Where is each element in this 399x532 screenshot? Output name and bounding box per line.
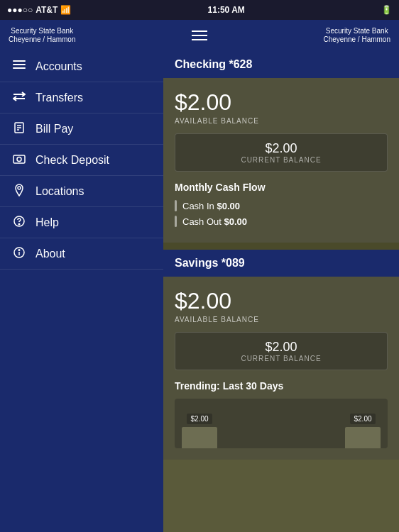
- svg-point-9: [18, 187, 21, 189]
- checkdeposit-icon: [11, 154, 27, 167]
- svg-point-14: [18, 249, 20, 250]
- checking-available-label: AVAILABLE BALANCE: [175, 117, 388, 125]
- trending-chart: $2.00 $2.00: [175, 399, 388, 448]
- savings-current-amount: $2.00: [187, 340, 376, 355]
- logo-line2: Cheyenne / Hammon: [9, 35, 76, 44]
- sidebar-item-transfers[interactable]: Transfers: [0, 82, 163, 113]
- sidebar-item-help[interactable]: Help: [0, 207, 163, 238]
- content-area: Checking *628 $2.00 AVAILABLE BALANCE $2…: [163, 51, 399, 532]
- chart-label-right: $2.00: [350, 414, 375, 424]
- svg-rect-0: [13, 60, 26, 62]
- billpay-icon: [11, 122, 27, 136]
- checking-available-amount: $2.00: [175, 89, 388, 116]
- about-label: About: [35, 248, 65, 260]
- wifi-icon: 📶: [60, 5, 71, 15]
- cash-out-value: $0.00: [224, 216, 248, 227]
- main-layout: Accounts Transfers: [0, 51, 399, 532]
- checking-body: $2.00 AVAILABLE BALANCE $2.00 CURRENT BA…: [163, 78, 399, 243]
- savings-header[interactable]: Savings *089: [163, 250, 399, 277]
- svg-rect-2: [13, 67, 26, 69]
- savings-section-title: Trending: Last 30 Days: [175, 380, 388, 392]
- chart-bar-left: $2.00: [182, 414, 217, 448]
- locations-label: Locations: [35, 185, 84, 198]
- chart-bar-right-block: [345, 427, 381, 448]
- bank-logo-right: Security State Bank Cheyenne / Hammon: [324, 27, 391, 44]
- savings-body: $2.00 AVAILABLE BALANCE $2.00 CURRENT BA…: [163, 277, 399, 460]
- cash-out-row: Cash Out $0.00: [175, 216, 388, 227]
- svg-rect-1: [13, 64, 26, 65]
- billpay-label: Bill Pay: [35, 123, 73, 135]
- signal-dots: ●●●○○: [7, 5, 33, 15]
- card-spacer: [163, 243, 399, 250]
- sidebar-item-locations[interactable]: Locations: [0, 176, 163, 207]
- cash-in-row: Cash In $0.00: [175, 200, 388, 211]
- sidebar-item-accounts[interactable]: Accounts: [0, 51, 163, 82]
- accounts-label: Accounts: [35, 60, 82, 73]
- sidebar-item-checkdeposit[interactable]: Check Deposit: [0, 145, 163, 176]
- logo-right-line1: Security State Bank: [324, 27, 391, 35]
- help-label: Help: [35, 216, 59, 229]
- cash-in-text: Cash In $0.00: [182, 201, 240, 211]
- logo-right-line2: Cheyenne / Hammon: [324, 35, 391, 44]
- status-right: 🔋: [381, 5, 392, 15]
- carrier-label: AT&T: [35, 5, 58, 15]
- transfers-icon: [11, 92, 27, 104]
- svg-rect-7: [13, 155, 25, 163]
- cash-in-value: $0.00: [217, 201, 240, 211]
- about-icon: [11, 247, 27, 261]
- checking-header[interactable]: Checking *628: [163, 51, 399, 78]
- sidebar-item-billpay[interactable]: Bill Pay: [0, 113, 163, 145]
- svg-point-8: [17, 157, 21, 161]
- chart-label-left: $2.00: [187, 414, 212, 424]
- savings-card: Savings *089 $2.00 AVAILABLE BALANCE $2.…: [163, 250, 399, 460]
- help-icon: [11, 216, 27, 230]
- chart-bar-left-block: [182, 427, 217, 448]
- checking-balance-box: $2.00 CURRENT BALANCE: [175, 133, 388, 172]
- savings-available-amount: $2.00: [175, 288, 388, 314]
- svg-point-11: [18, 223, 20, 225]
- chart-bar-right: $2.00: [345, 414, 381, 448]
- cash-in-bar: [175, 200, 177, 211]
- header-bar: Security State Bank Cheyenne / Hammon Se…: [0, 20, 399, 51]
- locations-icon: [11, 184, 27, 199]
- savings-balance-box: $2.00 CURRENT BALANCE: [175, 332, 388, 370]
- checking-title: Checking *628: [175, 58, 252, 70]
- checkdeposit-label: Check Deposit: [35, 154, 109, 167]
- sidebar-item-about[interactable]: About: [0, 238, 163, 270]
- savings-available-label: AVAILABLE BALANCE: [175, 316, 388, 323]
- checking-current-amount: $2.00: [187, 141, 376, 156]
- savings-current-label: CURRENT BALANCE: [187, 355, 376, 362]
- cash-out-text: Cash Out $0.00: [182, 216, 247, 227]
- checking-current-label: CURRENT BALANCE: [187, 156, 376, 164]
- status-bar: ●●●○○ AT&T 📶 11:50 AM 🔋: [0, 0, 399, 20]
- savings-title: Savings *089: [175, 257, 245, 269]
- status-left: ●●●○○ AT&T 📶: [7, 5, 71, 15]
- bottom-space: [163, 460, 399, 532]
- bank-logo: Security State Bank Cheyenne / Hammon: [9, 27, 76, 44]
- sidebar: Accounts Transfers: [0, 51, 163, 532]
- accounts-icon: [11, 60, 27, 73]
- logo-line1: Security State Bank: [9, 27, 76, 35]
- menu-button[interactable]: [192, 31, 207, 40]
- checking-section-title: Monthly Cash Flow: [175, 182, 388, 193]
- cash-out-bar: [175, 216, 177, 227]
- battery-icon: 🔋: [381, 5, 392, 15]
- time-label: 11:50 AM: [208, 5, 245, 15]
- checking-card: Checking *628 $2.00 AVAILABLE BALANCE $2…: [163, 51, 399, 243]
- transfers-label: Transfers: [35, 92, 83, 104]
